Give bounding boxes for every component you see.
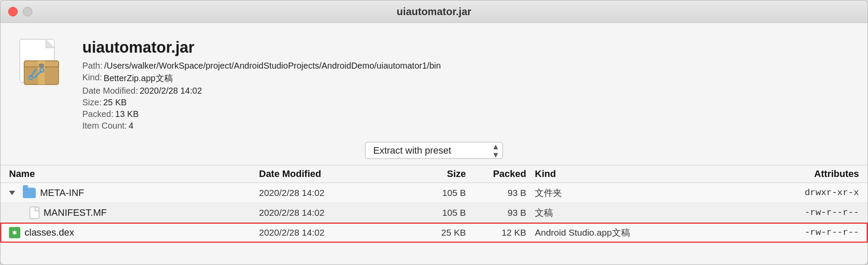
date-value: 2020/2/28 14:02	[140, 86, 202, 96]
dex-file-icon	[9, 227, 20, 238]
extract-select[interactable]: Extract with preset	[365, 142, 503, 159]
row-size: 105 B	[397, 188, 466, 198]
count-value: 4	[128, 121, 133, 131]
info-date-row: Date Modified: 2020/2/28 14:02	[82, 86, 441, 96]
row-date: 2020/2/28 14:02	[259, 227, 397, 238]
row-attributes: -rw-r--r--	[773, 227, 859, 237]
row-packed: 12 KB	[466, 227, 535, 238]
row-packed: 93 B	[466, 188, 535, 198]
col-header-name: Name	[9, 168, 259, 180]
row-filename: classes.dex	[25, 227, 74, 238]
path-label: Path:	[82, 61, 103, 71]
info-count-row: Item Count: 4	[82, 121, 441, 131]
window-controls	[8, 7, 32, 16]
file-info: uiautomator.jar Path: /Users/walker/Work…	[82, 35, 441, 131]
svg-rect-5	[39, 64, 44, 67]
kind-label: Kind:	[82, 73, 102, 84]
row-size: 105 B	[397, 208, 466, 218]
row-kind: Android Studio.app文稿	[535, 227, 773, 239]
close-button[interactable]	[8, 7, 18, 16]
row-kind: 文件夹	[535, 187, 773, 199]
packed-label: Packed:	[82, 109, 113, 119]
file-icon-container	[13, 35, 69, 95]
info-size-row: Size: 25 KB	[82, 98, 441, 107]
header-area: uiautomator.jar Path: /Users/walker/Work…	[0, 23, 868, 139]
date-label: Date Modified:	[82, 86, 138, 96]
path-value: /Users/walker/WorkSpace/project/AndroidS…	[104, 61, 441, 71]
file-name: uiautomator.jar	[82, 38, 441, 57]
titlebar: uiautomator.jar	[0, 0, 868, 23]
info-path-row: Path: /Users/walker/WorkSpace/project/An…	[82, 61, 441, 71]
col-header-size: Size	[397, 168, 466, 180]
info-packed-row: Packed: 13 KB	[82, 109, 441, 119]
kind-value: BetterZip.app文稿	[104, 73, 173, 84]
info-kind-row: Kind: BetterZip.app文稿	[82, 73, 441, 84]
row-attributes: drwxr-xr-x	[773, 188, 859, 198]
size-value: 25 KB	[103, 98, 126, 107]
file-list: META-INF2020/2/28 14:02105 B93 B文件夹drwxr…	[0, 183, 868, 265]
row-name-cell: META-INF	[9, 187, 259, 199]
row-date: 2020/2/28 14:02	[259, 188, 397, 198]
row-name-cell: MANIFEST.MF	[9, 207, 259, 219]
file-icon	[30, 207, 39, 219]
row-kind: 文稿	[535, 207, 773, 219]
row-filename: MANIFEST.MF	[44, 207, 107, 218]
table-row[interactable]: MANIFEST.MF2020/2/28 14:02105 B93 B文稿-rw…	[0, 203, 868, 223]
size-label: Size:	[82, 98, 101, 107]
row-packed: 93 B	[466, 208, 535, 218]
extract-row: Extract with preset ▲ ▼	[0, 139, 868, 165]
minimize-button[interactable]	[23, 7, 32, 16]
row-filename: META-INF	[40, 187, 84, 199]
folder-icon	[23, 188, 36, 198]
column-headers: Name Date Modified Size Packed Kind Attr…	[0, 165, 868, 183]
count-label: Item Count:	[82, 121, 127, 131]
table-row[interactable]: classes.dex2020/2/28 14:0225 KB12 KBAndr…	[0, 223, 868, 243]
extract-select-wrapper[interactable]: Extract with preset ▲ ▼	[365, 142, 503, 159]
col-header-attributes: Attributes	[773, 168, 859, 180]
row-date: 2020/2/28 14:02	[259, 208, 397, 218]
row-name-cell: classes.dex	[9, 227, 259, 238]
file-icon	[16, 37, 67, 93]
col-header-kind: Kind	[535, 168, 773, 180]
row-attributes: -rw-r--r--	[773, 208, 859, 218]
packed-value: 13 KB	[115, 109, 138, 119]
col-header-packed: Packed	[466, 168, 535, 180]
main-window: uiautomator.jar	[0, 0, 868, 265]
window-title: uiautomator.jar	[397, 6, 471, 18]
table-row[interactable]: META-INF2020/2/28 14:02105 B93 B文件夹drwxr…	[0, 183, 868, 203]
expand-arrow-icon[interactable]	[9, 191, 15, 195]
col-header-date: Date Modified	[259, 168, 397, 180]
row-size: 25 KB	[397, 227, 466, 238]
